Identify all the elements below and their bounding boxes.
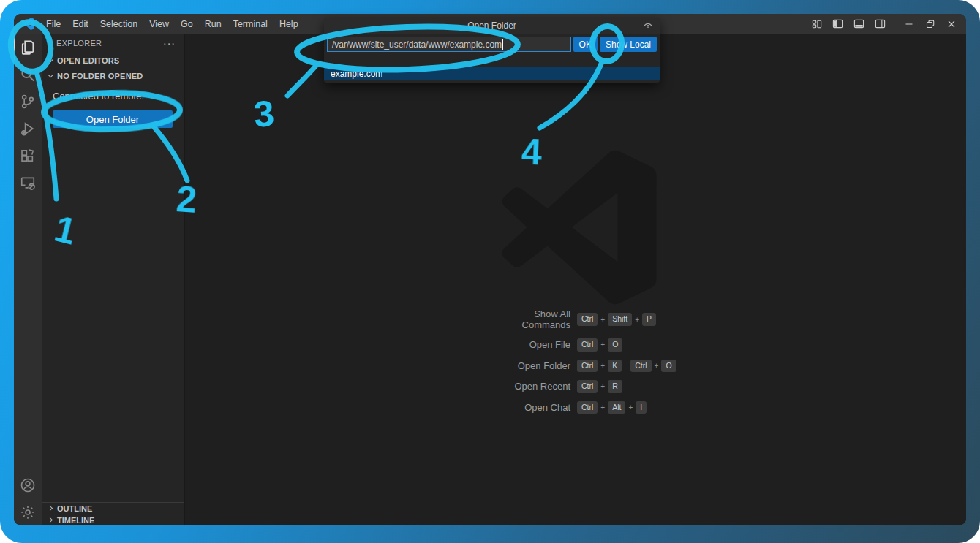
shortcut-keys: Ctrl+Alt+I	[577, 401, 647, 414]
menu-file[interactable]: File	[40, 14, 67, 34]
shortcut-row: Open RecentCtrl+R	[185, 380, 966, 393]
explorer-icon[interactable]	[14, 34, 42, 61]
shortcut-label: Open Chat	[185, 402, 570, 413]
shortcut-label: Open Recent	[185, 381, 570, 392]
menu-selection[interactable]: Selection	[94, 14, 143, 34]
extensions-icon[interactable]	[14, 142, 42, 169]
toggle-panel-icon[interactable]	[848, 14, 870, 34]
key-separator: +	[600, 382, 605, 390]
key-separator: +	[600, 362, 605, 370]
key-separator: +	[655, 362, 659, 370]
timeline-label: TIMELINE	[57, 516, 94, 525]
chevron-down-icon	[48, 57, 53, 62]
timeline-section[interactable]: TIMELINE	[42, 514, 184, 525]
more-actions-icon[interactable]: ···	[160, 37, 178, 49]
source-control-icon[interactable]	[14, 88, 42, 115]
key-badge: O	[608, 338, 622, 352]
chevron-down-icon	[48, 72, 53, 77]
open-folder-dialog: Open Folder /var/www/site_user/data/www/…	[324, 18, 660, 83]
toggle-secondary-sidebar-icon[interactable]	[870, 14, 891, 34]
run-and-debug-icon[interactable]	[14, 115, 42, 142]
dialog-list-item[interactable]: ..	[324, 56, 660, 67]
screenshot-stage: FileEditSelectionViewGoRunTerminalHelp	[0, 0, 980, 543]
chevron-right-icon	[48, 517, 53, 523]
key-separator: +	[635, 316, 639, 324]
shortcut-label: Open Folder	[185, 360, 570, 371]
search-icon[interactable]	[14, 61, 42, 88]
key-badge: Ctrl	[577, 401, 598, 414]
folder-path-value: /var/www/site_user/data/www/example.com	[332, 39, 502, 50]
key-badge: Shift	[608, 313, 632, 326]
remote-explorer-icon[interactable]	[14, 169, 42, 196]
menu-go[interactable]: Go	[175, 14, 199, 34]
folder-path-input[interactable]: /var/www/site_user/data/www/example.com	[327, 37, 571, 52]
shortcut-label: Show All Commands	[185, 308, 570, 330]
key-badge: Ctrl	[577, 360, 598, 373]
restore-button[interactable]	[919, 14, 941, 34]
eye-icon[interactable]	[643, 20, 653, 33]
menu-view[interactable]: View	[143, 14, 175, 34]
show-local-button[interactable]: Show Local	[600, 37, 657, 52]
folder-suggestion-list: ..example.com	[324, 55, 660, 80]
shortcut-row: Open ChatCtrl+Alt+I	[185, 401, 966, 414]
key-badge: Ctrl	[577, 313, 598, 326]
menu-edit[interactable]: Edit	[67, 14, 94, 34]
settings-gear-icon[interactable]	[14, 498, 42, 525]
outline-section[interactable]: OUTLINE	[42, 502, 184, 514]
shortcut-keys: Ctrl+KCtrl+O	[577, 360, 676, 373]
shortcut-label: Open File	[185, 339, 570, 350]
key-separator: +	[628, 403, 633, 411]
key-badge: K	[608, 360, 622, 373]
open-editors-section[interactable]: OPEN EDITORS	[42, 53, 184, 68]
key-badge: O	[661, 360, 676, 373]
close-button[interactable]	[941, 14, 962, 34]
vscode-logo-icon	[22, 18, 34, 30]
accounts-icon[interactable]	[14, 471, 42, 498]
key-badge: I	[636, 401, 647, 414]
menu-run[interactable]: Run	[199, 14, 227, 34]
shortcut-keys: Ctrl+Shift+P	[577, 313, 656, 326]
explorer-sidebar: EXPLORER ··· OPEN EDITORS NO FOLDER OPEN…	[42, 34, 185, 525]
shortcut-keys: Ctrl+O	[577, 338, 622, 352]
minimize-button[interactable]	[898, 14, 919, 34]
key-badge: Ctrl	[577, 380, 598, 393]
shortcut-row: Open FolderCtrl+KCtrl+O	[185, 360, 966, 373]
menu-bar: FileEditSelectionViewGoRunTerminalHelp	[40, 14, 304, 34]
editor-area: Show All CommandsCtrl+Shift+POpen FileCt…	[185, 34, 966, 525]
no-folder-label: NO FOLDER OPENED	[57, 72, 143, 80]
keyboard-shortcuts-watermark: Show All CommandsCtrl+Shift+POpen FileCt…	[185, 308, 966, 422]
key-badge: R	[608, 380, 622, 393]
menu-help[interactable]: Help	[274, 14, 304, 34]
key-badge: Ctrl	[577, 338, 598, 352]
key-separator: +	[600, 341, 605, 349]
key-badge: Ctrl	[630, 360, 651, 373]
sidebar-title: EXPLORER	[56, 39, 160, 48]
vscode-window: FileEditSelectionViewGoRunTerminalHelp	[14, 14, 966, 525]
key-badge: Alt	[608, 401, 625, 414]
outline-label: OUTLINE	[57, 504, 92, 513]
no-folder-section[interactable]: NO FOLDER OPENED	[42, 68, 184, 83]
menu-terminal[interactable]: Terminal	[227, 14, 274, 34]
shortcut-row: Open FileCtrl+O	[185, 338, 966, 352]
remote-status-text: Connected to remote.	[53, 91, 173, 102]
customize-layout-icon[interactable]	[806, 14, 827, 34]
text-caret	[502, 39, 503, 50]
dialog-title: Open Folder	[467, 20, 516, 31]
key-separator: +	[600, 316, 605, 324]
open-editors-label: OPEN EDITORS	[57, 56, 119, 65]
toggle-primary-sidebar-icon[interactable]	[827, 14, 848, 34]
open-folder-button[interactable]: Open Folder	[53, 110, 173, 128]
vscode-watermark-logo	[500, 150, 658, 305]
dialog-list-item[interactable]: example.com	[324, 67, 660, 80]
activity-bar	[14, 34, 42, 525]
shortcut-keys: Ctrl+R	[577, 380, 622, 393]
key-badge: P	[642, 313, 656, 326]
ok-button[interactable]: OK	[573, 37, 598, 52]
key-separator: +	[600, 403, 605, 411]
chevron-right-icon	[48, 506, 53, 511]
shortcut-row: Show All CommandsCtrl+Shift+P	[185, 308, 966, 330]
